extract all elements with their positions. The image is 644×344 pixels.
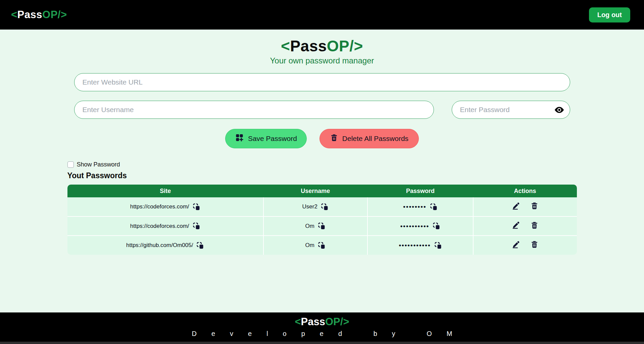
credentials-row <box>74 101 570 119</box>
logo-pass-text: Pass <box>17 9 42 20</box>
username-value: User2 <box>302 203 317 210</box>
copy-password-icon[interactable] <box>434 242 442 249</box>
navbar: <PassOP/> Log out <box>0 0 644 30</box>
trash-icon <box>330 134 338 144</box>
footer-logo-open-bracket: < <box>295 316 301 328</box>
table-row: https://codeforces.com/ Om •••••••••• <box>67 216 577 236</box>
header-username: Username <box>263 185 367 197</box>
delete-entry-icon[interactable] <box>530 240 539 249</box>
passwords-table: Site Username Password Actions https://c… <box>67 185 577 255</box>
hero: <PassOP/> Your own password manager <box>0 30 644 65</box>
footer: <PassOP/> Developed by OM <box>0 312 644 344</box>
hero-subtitle: Your own password manager <box>0 56 644 65</box>
logo-close-bracket: OP/> <box>42 9 67 20</box>
masked-password: •••••••••• <box>400 223 430 230</box>
footer-logo: <PassOP/> <box>0 316 644 328</box>
save-grid-plus-icon <box>235 133 244 144</box>
password-input[interactable] <box>452 101 570 119</box>
bottom-scrollbar-strip <box>0 342 644 344</box>
username-wrap <box>74 101 434 119</box>
site-url: https://codeforces.com/ <box>130 203 189 210</box>
delete-all-passwords-button[interactable]: Delete All Passwords <box>319 129 419 148</box>
header-password: Password <box>367 185 474 197</box>
show-password-row: Show Password <box>67 161 577 168</box>
copy-username-icon[interactable] <box>321 203 329 211</box>
copy-password-icon[interactable] <box>433 222 440 230</box>
delete-entry-icon[interactable] <box>530 202 539 210</box>
logo-open-bracket: < <box>11 9 17 20</box>
site-url: https://github.com/Om005/ <box>126 242 193 249</box>
content-container: Save Password Delete All <box>67 73 577 255</box>
hero-logo-pass-text: Pass <box>290 37 327 55</box>
show-password-checkbox[interactable] <box>67 161 74 168</box>
header-site: Site <box>67 185 263 197</box>
logout-button[interactable]: Log out <box>589 7 630 22</box>
copy-site-icon[interactable] <box>196 242 204 249</box>
navbar-logo: <PassOP/> <box>11 9 67 21</box>
password-form: Save Password Delete All <box>67 73 577 148</box>
save-password-button[interactable]: Save Password <box>225 129 307 148</box>
edit-entry-icon[interactable] <box>511 202 520 210</box>
footer-logo-pass-text: Pass <box>301 316 325 328</box>
save-password-label: Save Password <box>248 135 297 143</box>
main-content: <PassOP/> Your own password manager <box>0 30 644 255</box>
copy-site-icon[interactable] <box>193 203 200 211</box>
header-actions: Actions <box>473 185 577 197</box>
hero-logo-open-bracket: < <box>281 37 290 55</box>
toggle-password-visibility[interactable] <box>554 104 565 115</box>
site-url: https://codeforces.com/ <box>130 223 189 230</box>
password-wrap <box>452 101 570 119</box>
website-url-input[interactable] <box>74 73 570 91</box>
copy-username-icon[interactable] <box>318 242 326 249</box>
username-value: Om <box>305 242 314 249</box>
delete-entry-icon[interactable] <box>530 221 539 230</box>
username-value: Om <box>305 223 314 230</box>
copy-site-icon[interactable] <box>193 222 200 230</box>
eye-icon <box>554 105 564 115</box>
hero-logo: <PassOP/> <box>0 37 644 55</box>
delete-all-passwords-label: Delete All Passwords <box>342 135 408 143</box>
edit-entry-icon[interactable] <box>511 240 520 249</box>
username-input[interactable] <box>74 101 434 119</box>
footer-logo-close-bracket: OP/> <box>325 316 349 328</box>
copy-password-icon[interactable] <box>430 203 438 211</box>
edit-entry-icon[interactable] <box>511 221 520 230</box>
form-buttons: Save Password Delete All <box>74 129 570 148</box>
hero-logo-close-bracket: OP/> <box>327 37 363 55</box>
table-row: https://github.com/Om005/ Om ••••••••••• <box>67 236 577 255</box>
show-password-label: Show Password <box>77 161 120 168</box>
footer-credit: Developed by OM <box>0 330 644 338</box>
masked-password: ••••••••••• <box>399 242 431 249</box>
copy-username-icon[interactable] <box>318 222 326 230</box>
table-header-row: Site Username Password Actions <box>67 185 577 197</box>
table-row: https://codeforces.com/ User2 •••••••• <box>67 197 577 216</box>
vault-title: Yout Passwords <box>67 171 577 180</box>
masked-password: •••••••• <box>403 203 426 210</box>
passop-app: <PassOP/> Log out <PassOP/> Your own pas… <box>0 0 644 344</box>
